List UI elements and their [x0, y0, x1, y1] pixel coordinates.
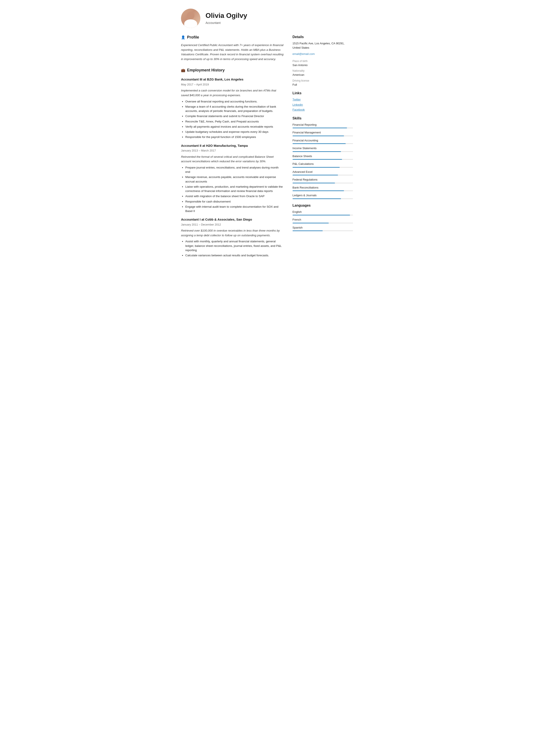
skill-advanced-excel: Advanced Excel	[292, 170, 353, 176]
skill-bar-fill	[292, 175, 338, 176]
list-item: Update budgetary schedules and expense r…	[185, 130, 284, 134]
list-item: Assist with migration of the balance she…	[185, 194, 284, 199]
lang-english: English	[292, 210, 353, 216]
languages-section-title: Languages	[292, 203, 353, 208]
driving-license-value: Full	[292, 83, 353, 87]
job-2: Accountant II at H2O Manufacturing, Tamp…	[181, 143, 284, 213]
lang-spanish: Spanish	[292, 226, 353, 231]
job-3: Accountant I at Cobb & Associates, San D…	[181, 217, 284, 257]
lang-name: French	[292, 218, 353, 222]
list-item: Oversee all financial reporting and acco…	[185, 99, 284, 104]
skill-financial-reporting: Financial Reporting	[292, 123, 353, 128]
list-item: Liaise with operations, production, and …	[185, 185, 284, 194]
main-content: 👤 Profile Experienced Certified Public A…	[181, 35, 353, 259]
lang-bar-fill	[292, 230, 323, 231]
skill-name: Balance Sheets	[292, 154, 353, 158]
skill-bar-bg	[292, 143, 353, 144]
profile-title-label: Profile	[187, 35, 199, 40]
profile-section-title: 👤 Profile	[181, 35, 284, 40]
profile-text: Experienced Certified Public Accountant …	[181, 43, 284, 61]
list-item: Compile financial statements and submit …	[185, 114, 284, 118]
nationality-value: American	[292, 73, 353, 77]
skill-bar-fill	[292, 128, 347, 128]
job-2-summary: Reinvented the format of several critica…	[181, 154, 284, 164]
details-section-title: Details	[292, 35, 353, 40]
place-of-birth-value: San Antonio	[292, 63, 353, 68]
candidate-title: Accountant	[206, 21, 247, 25]
list-item: Reconcile T&E, Amex, Petty Cash, and Pre…	[185, 120, 284, 124]
skill-federal-regulations: Federal Regulations	[292, 177, 353, 183]
employment-icon: 💼	[181, 68, 185, 73]
skill-bank-reconciliations: Bank Reconciliations	[292, 185, 353, 191]
skill-bar-fill	[292, 167, 340, 168]
skill-bar-bg	[292, 199, 353, 199]
list-item: Manage revenue, accounts payable, accoun…	[185, 175, 284, 184]
skill-bar-bg	[292, 175, 353, 176]
header-text: Olivia Ogilvy Accountant	[206, 12, 247, 25]
employment-title-label: Employment History	[187, 68, 225, 73]
job-1: Accountant III at BZG Bank, Los Angeles …	[181, 77, 284, 139]
lang-bar-fill	[292, 223, 329, 223]
lang-french: French	[292, 218, 353, 223]
skill-bar-bg	[292, 167, 353, 168]
skill-name: Federal Regulations	[292, 177, 353, 182]
employment-section-title: 💼 Employment History	[181, 68, 284, 73]
job-3-dates: January 2011 – December 2012	[181, 223, 284, 227]
job-1-bullets: Oversee all financial reporting and acco…	[181, 99, 284, 140]
list-item: Calculate variances between actual resul…	[185, 253, 284, 257]
nationality-label: Nationality	[292, 69, 353, 73]
job-3-title: Accountant I at Cobb & Associates, San D…	[181, 217, 284, 222]
skill-bar-fill	[292, 183, 335, 183]
list-item: Prepare journal entries, reconciliations…	[185, 166, 284, 174]
link-facebook[interactable]: Facebook	[292, 108, 353, 112]
skill-bar-bg	[292, 190, 353, 191]
place-of-birth-label: Place of birth	[292, 59, 353, 63]
skill-bar-bg	[292, 159, 353, 160]
lang-bar-bg	[292, 223, 353, 223]
skill-financial-management: Financial Management	[292, 130, 353, 136]
skill-name: Bank Reconciliations	[292, 185, 353, 190]
link-linkedin[interactable]: Linkedin	[292, 103, 353, 107]
candidate-name: Olivia Ogilvy	[206, 12, 247, 19]
avatar	[181, 9, 200, 28]
skill-name: Financial Accounting	[292, 138, 353, 143]
lang-bar-fill	[292, 215, 350, 215]
skill-name: Income Statements	[292, 146, 353, 150]
skill-bar-fill	[292, 136, 344, 136]
detail-address: 1515 Pacific Ave, Los Angeles, CA 90291,…	[292, 41, 353, 50]
lang-name: Spanish	[292, 226, 353, 230]
skills-section-title: Skills	[292, 116, 353, 121]
skill-pl-calculations: P&L Calculations	[292, 162, 353, 168]
skill-bar-bg	[292, 151, 353, 152]
skill-name: P&L Calculations	[292, 162, 353, 166]
job-2-title: Accountant II at H2O Manufacturing, Tamp…	[181, 143, 284, 148]
skill-bar-fill	[292, 159, 342, 160]
header: Olivia Ogilvy Accountant	[181, 9, 353, 28]
job-1-title: Accountant III at BZG Bank, Los Angeles	[181, 77, 284, 82]
skill-name: Ledgers & Journals	[292, 193, 353, 198]
skill-ledgers-journals: Ledgers & Journals	[292, 193, 353, 199]
resume-page: Olivia Ogilvy Accountant 👤 Profile Exper…	[170, 0, 364, 270]
skill-name: Financial Management	[292, 130, 353, 135]
skill-balance-sheets: Balance Sheets	[292, 154, 353, 160]
list-item: Responsible for the payroll function of …	[185, 135, 284, 139]
driving-license-label: Driving license	[292, 79, 353, 83]
list-item: Engage with internal audit team to compl…	[185, 205, 284, 213]
skill-financial-accounting: Financial Accounting	[292, 138, 353, 144]
skill-bar-bg	[292, 183, 353, 183]
list-item: Verify all payments against invoices and…	[185, 124, 284, 129]
links-section-title: Links	[292, 91, 353, 96]
detail-email: email@email.com	[292, 52, 353, 56]
list-item: Assist with monthly, quarterly and annua…	[185, 239, 284, 253]
skill-bar-fill	[292, 190, 344, 191]
job-3-summary: Retrieved over $100,000 in overdue recei…	[181, 228, 284, 238]
job-3-bullets: Assist with monthly, quarterly and annua…	[181, 239, 284, 257]
link-twitter[interactable]: Twitter	[292, 97, 353, 102]
list-item: Responsible for cash disbursement	[185, 200, 284, 204]
skill-bar-fill	[292, 199, 341, 199]
job-2-bullets: Prepare journal entries, reconciliations…	[181, 166, 284, 213]
skill-bar-bg	[292, 128, 353, 128]
skill-name: Financial Reporting	[292, 123, 353, 127]
job-1-summary: Implemented a cash conversion model for …	[181, 88, 284, 97]
job-1-dates: May 2017 – April 2019	[181, 82, 284, 87]
